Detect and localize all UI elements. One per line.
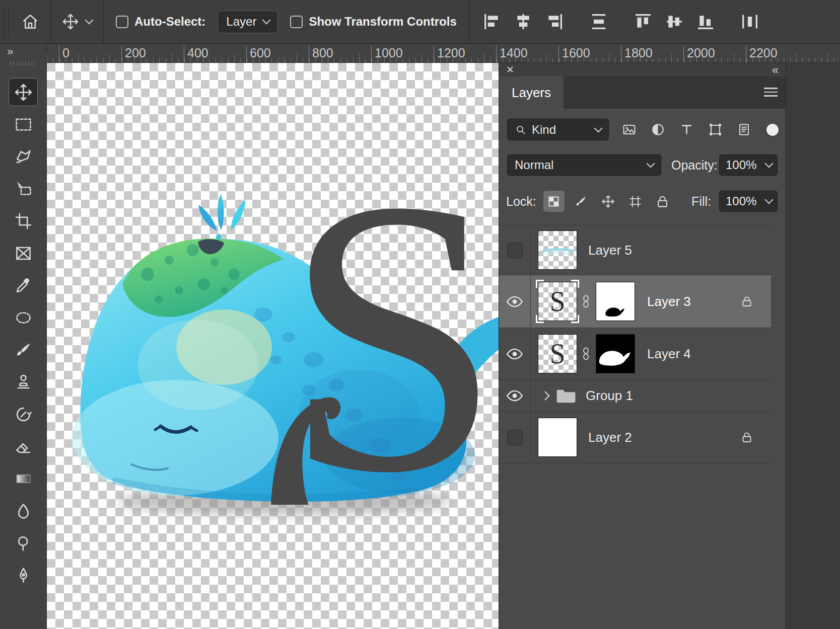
tool-eraser[interactable] bbox=[9, 432, 38, 460]
lock-position-button[interactable] bbox=[598, 191, 619, 212]
layer-filter-row: Kind bbox=[499, 118, 786, 141]
spout-leaf-right bbox=[231, 200, 246, 230]
checkerboard-icon bbox=[547, 195, 561, 208]
distribute-horizontal-centers-icon[interactable] bbox=[740, 12, 760, 32]
layer-row-layer-2[interactable]: Layer 2 bbox=[499, 412, 771, 463]
filter-kind-dropdown[interactable]: Kind bbox=[506, 118, 610, 141]
shape-frame-icon bbox=[708, 122, 723, 137]
layer-mask-thumbnail[interactable] bbox=[596, 282, 635, 321]
panel-menu-icon[interactable] bbox=[764, 88, 778, 97]
tool-crop[interactable] bbox=[9, 207, 38, 235]
tool-eyedropper[interactable] bbox=[9, 271, 38, 299]
blend-mode-dropdown[interactable]: Normal bbox=[506, 153, 662, 177]
divider bbox=[469, 0, 469, 44]
filter-type-buttons bbox=[618, 119, 755, 141]
align-left-edges-icon[interactable] bbox=[482, 12, 502, 32]
auto-select-checkbox[interactable]: Auto-Select: bbox=[116, 15, 205, 29]
lock-artboard-button[interactable] bbox=[625, 191, 646, 212]
tool-gradient[interactable] bbox=[9, 464, 38, 493]
tool-history-brush[interactable] bbox=[9, 400, 38, 428]
tool-healing-patch[interactable] bbox=[9, 303, 38, 332]
visibility-toggle[interactable] bbox=[499, 225, 531, 275]
lock-row: Lock: Fill: 100% bbox=[499, 190, 786, 213]
home-icon bbox=[21, 13, 39, 31]
align-top-edges-icon[interactable] bbox=[633, 12, 653, 32]
tool-preset-move[interactable] bbox=[58, 13, 96, 30]
show-transform-checkbox[interactable]: Show Transform Controls bbox=[290, 15, 456, 29]
layer-thumbnail[interactable] bbox=[538, 230, 577, 270]
filter-pixel-button[interactable] bbox=[618, 119, 640, 141]
lock-label: Lock: bbox=[506, 194, 536, 209]
selection-corner bbox=[571, 280, 579, 288]
home-button[interactable] bbox=[17, 13, 43, 31]
tool-polygonal-lasso[interactable] bbox=[9, 142, 38, 171]
layer-row-layer-5[interactable]: Layer 5 bbox=[499, 225, 771, 275]
chevron-down-icon bbox=[765, 196, 774, 204]
opacity-label: Opacity: bbox=[671, 158, 718, 173]
lock-all-button[interactable] bbox=[652, 191, 673, 212]
collapse-panel-icon[interactable]: « bbox=[772, 65, 779, 75]
tab-layers[interactable]: Layers bbox=[499, 76, 564, 109]
layer-name[interactable]: Layer 4 bbox=[647, 346, 691, 362]
layer-lock-icon bbox=[741, 431, 753, 444]
ruler-label: 1600 bbox=[558, 46, 590, 63]
layer-row-group-1[interactable]: Group 1 bbox=[499, 380, 771, 412]
tools-panel: » bbox=[0, 44, 47, 629]
thumbnail-letter: S bbox=[549, 340, 565, 368]
horizontal-ruler[interactable]: 0 200 400 600 800 1000 1200 1400 1600 18… bbox=[47, 44, 840, 63]
mask-link-icon[interactable] bbox=[582, 295, 590, 308]
layer-name[interactable]: Layer 2 bbox=[588, 430, 632, 445]
layer-name[interactable]: Layer 5 bbox=[588, 243, 632, 258]
tool-list bbox=[9, 78, 38, 589]
layer-name[interactable]: Layer 3 bbox=[647, 294, 691, 309]
layer-mask-thumbnail[interactable] bbox=[596, 334, 635, 373]
tool-blur[interactable] bbox=[9, 497, 38, 525]
filter-adjustment-button[interactable] bbox=[647, 119, 669, 141]
toolbar-expand-button[interactable]: » bbox=[0, 44, 13, 57]
align-horizontal-centers-icon[interactable] bbox=[513, 12, 533, 32]
distribute-vertical-centers-icon[interactable] bbox=[589, 12, 609, 32]
align-vertical-centers-icon[interactable] bbox=[664, 12, 684, 32]
tool-move[interactable] bbox=[9, 78, 38, 106]
brush-icon bbox=[14, 341, 33, 359]
opacity-dropdown[interactable]: 100% bbox=[718, 153, 779, 177]
visibility-toggle[interactable] bbox=[499, 412, 531, 463]
align-right-edges-icon[interactable] bbox=[544, 12, 565, 32]
layer-thumbnail[interactable]: S bbox=[538, 334, 577, 373]
align-bottom-edges-icon[interactable] bbox=[695, 12, 716, 32]
options-bar-grip[interactable] bbox=[4, 7, 9, 36]
selection-corner bbox=[536, 315, 544, 323]
group-disclosure-chevron[interactable] bbox=[540, 391, 549, 400]
tool-clone-stamp[interactable] bbox=[9, 368, 38, 396]
tool-brush[interactable] bbox=[9, 336, 38, 364]
ruler-label: 2000 bbox=[683, 46, 715, 63]
visibility-toggle[interactable] bbox=[499, 275, 531, 328]
options-bar: Auto-Select: Layer Show Transform Contro… bbox=[0, 0, 840, 44]
lock-pixels-button[interactable] bbox=[571, 191, 592, 212]
layer-row-layer-4[interactable]: S Layer 4 bbox=[499, 328, 771, 380]
smart-object-icon bbox=[737, 122, 751, 137]
mask-link-icon[interactable] bbox=[582, 347, 590, 360]
lock-transparency-button[interactable] bbox=[543, 191, 565, 212]
tool-dodge[interactable] bbox=[9, 529, 38, 557]
layer-thumbnail-selected[interactable]: S bbox=[538, 282, 577, 321]
close-icon[interactable]: ✕ bbox=[506, 65, 514, 74]
tool-rectangular-marquee[interactable] bbox=[9, 110, 38, 138]
visibility-toggle[interactable] bbox=[499, 328, 531, 379]
toolbar-grip[interactable] bbox=[10, 61, 36, 66]
tool-object-selection[interactable] bbox=[9, 175, 38, 203]
layer-row-layer-3[interactable]: S Layer 3 bbox=[499, 275, 771, 328]
layer-thumbnail[interactable] bbox=[538, 418, 577, 457]
tool-frame[interactable] bbox=[9, 239, 38, 267]
layer-filtering-toggle[interactable] bbox=[766, 124, 779, 136]
layer-list: Layer 5 S Layer 3 S bbox=[499, 225, 771, 463]
visibility-toggle[interactable] bbox=[499, 380, 531, 411]
auto-select-target-dropdown[interactable]: Layer bbox=[218, 11, 278, 33]
filter-shape-button[interactable] bbox=[704, 119, 726, 141]
layer-name[interactable]: Group 1 bbox=[586, 388, 633, 404]
fill-dropdown[interactable]: 100% bbox=[718, 190, 779, 213]
tool-pen[interactable] bbox=[9, 561, 38, 589]
filter-smart-object-button[interactable] bbox=[733, 119, 755, 141]
filter-type-button[interactable] bbox=[675, 119, 697, 141]
document-canvas[interactable]: S bbox=[47, 63, 499, 629]
